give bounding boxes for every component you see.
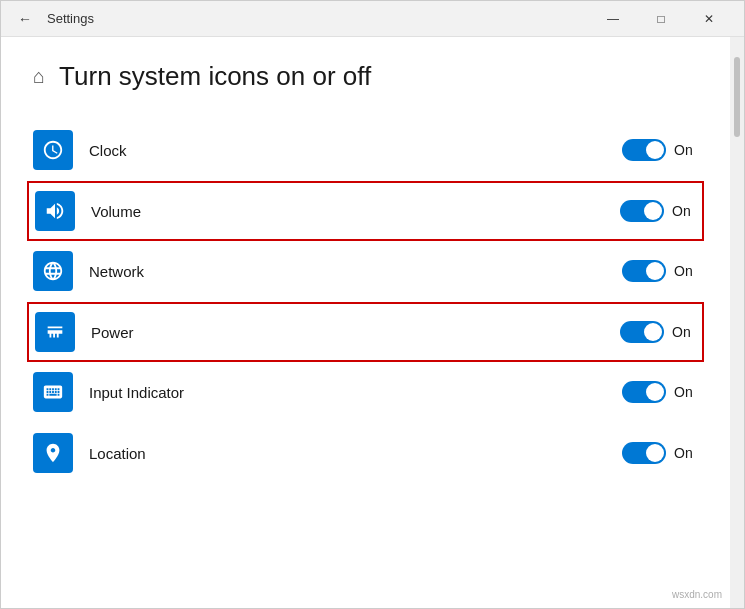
maximize-button[interactable]: □	[638, 1, 684, 37]
title-bar: ← Settings — □ ✕	[1, 1, 744, 37]
input-indicator-status: On	[674, 384, 698, 400]
network-toggle-container: On	[622, 260, 698, 282]
scrollbar-thumb[interactable]	[734, 57, 740, 137]
location-toggle-container: On	[622, 442, 698, 464]
network-toggle[interactable]	[622, 260, 666, 282]
volume-status: On	[672, 203, 696, 219]
back-button[interactable]: ←	[13, 7, 37, 31]
location-icon	[42, 442, 64, 464]
setting-row-location: Location On	[33, 423, 698, 484]
settings-list: Clock On Volume	[33, 120, 698, 484]
input-indicator-icon-wrap	[33, 372, 73, 412]
input-indicator-toggle[interactable]	[622, 381, 666, 403]
power-status: On	[672, 324, 696, 340]
scrollbar[interactable]	[730, 37, 744, 608]
power-icon	[44, 321, 66, 343]
power-label: Power	[91, 324, 620, 341]
clock-status: On	[674, 142, 698, 158]
home-icon: ⌂	[33, 65, 45, 88]
clock-toggle-container: On	[622, 139, 698, 161]
power-toggle[interactable]	[620, 321, 664, 343]
content-area: ⌂ Turn system icons on or off Clock On	[1, 37, 744, 608]
clock-label: Clock	[89, 142, 622, 159]
location-label: Location	[89, 445, 622, 462]
location-icon-wrap	[33, 433, 73, 473]
power-icon-wrap	[35, 312, 75, 352]
watermark: wsxdn.com	[672, 589, 722, 600]
page-title: Turn system icons on or off	[59, 61, 371, 92]
setting-row-volume: Volume On	[27, 181, 704, 241]
setting-row-power: Power On	[27, 302, 704, 362]
setting-row-clock: Clock On	[33, 120, 698, 181]
network-label: Network	[89, 263, 622, 280]
location-toggle[interactable]	[622, 442, 666, 464]
setting-row-network: Network On	[33, 241, 698, 302]
input-indicator-icon	[42, 381, 64, 403]
power-toggle-container: On	[620, 321, 696, 343]
settings-window: ← Settings — □ ✕ ⌂ Turn system icons on …	[0, 0, 745, 609]
window-title: Settings	[47, 11, 590, 26]
location-status: On	[674, 445, 698, 461]
network-icon-wrap	[33, 251, 73, 291]
close-button[interactable]: ✕	[686, 1, 732, 37]
input-indicator-label: Input Indicator	[89, 384, 622, 401]
page-header: ⌂ Turn system icons on or off	[33, 61, 698, 92]
window-controls: — □ ✕	[590, 1, 732, 37]
input-indicator-toggle-container: On	[622, 381, 698, 403]
network-icon	[42, 260, 64, 282]
clock-icon-wrap	[33, 130, 73, 170]
setting-row-input-indicator: Input Indicator On	[33, 362, 698, 423]
network-status: On	[674, 263, 698, 279]
volume-label: Volume	[91, 203, 620, 220]
volume-toggle-container: On	[620, 200, 696, 222]
clock-icon	[42, 139, 64, 161]
volume-icon-wrap	[35, 191, 75, 231]
clock-toggle[interactable]	[622, 139, 666, 161]
main-content: ⌂ Turn system icons on or off Clock On	[1, 37, 730, 608]
volume-icon	[44, 200, 66, 222]
volume-toggle[interactable]	[620, 200, 664, 222]
minimize-button[interactable]: —	[590, 1, 636, 37]
